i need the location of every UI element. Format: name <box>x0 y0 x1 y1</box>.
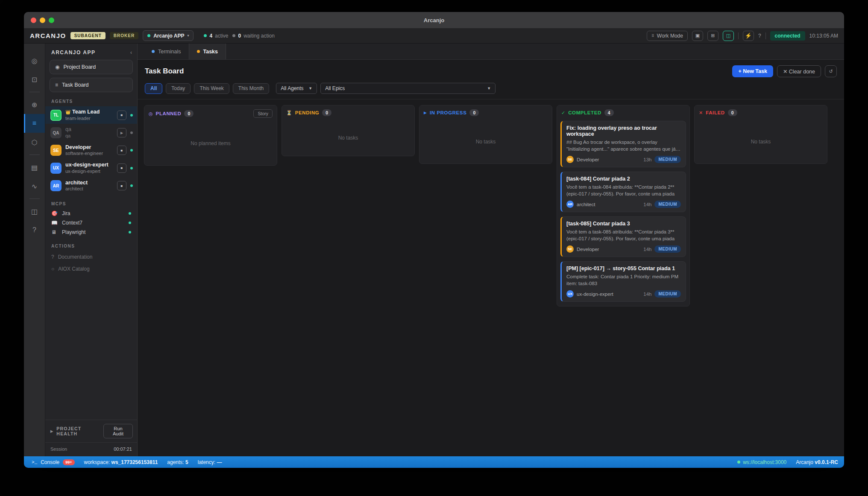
planned-count-badge: 0 <box>184 110 194 117</box>
brand-logo: ARCANJO <box>30 32 66 39</box>
websocket-url: ws://localhost:3000 <box>737 459 786 465</box>
action-aiox-catalog[interactable]: ○ AIOX Catalog <box>45 263 137 275</box>
work-mode-button[interactable]: ⠿ Work Mode <box>647 31 688 41</box>
check-icon: ✓ <box>561 110 565 116</box>
avatar: SE <box>50 145 62 156</box>
layout-split-button[interactable]: ◫ <box>723 31 734 41</box>
monitor-icon: 🖥 <box>51 229 58 235</box>
avatar: QA <box>50 127 62 138</box>
latency: latency: — <box>198 459 222 465</box>
refresh-button[interactable]: ↺ <box>825 65 837 77</box>
rail-rows-icon[interactable]: ▤ <box>24 158 45 177</box>
sidebar-item-project-board[interactable]: ◉ Project Board <box>50 60 133 74</box>
planned-empty-state: No planned items <box>144 122 277 165</box>
clock: 10:13:05 AM <box>809 33 838 39</box>
app-window: Arcanjo ARCANJO SUBAGENT BROKER Arcanjo … <box>24 12 844 468</box>
stop-agent-button[interactable]: ■ <box>117 181 126 190</box>
agent-filter-select[interactable]: All Agents ▼ <box>276 83 317 94</box>
socket-dot <box>737 461 740 464</box>
subagent-badge: SUBAGENT <box>70 32 106 39</box>
mcp-item-jira[interactable]: 🎯 Jira <box>45 209 137 218</box>
mcp-online-dot <box>129 222 131 224</box>
planned-icon: ◎ <box>149 111 153 117</box>
agent-row-ux-design-expert[interactable]: UX ux-design-expert ux-design-expert ■ <box>45 159 137 177</box>
mcp-item-playwright[interactable]: 🖥 Playwright <box>45 228 137 237</box>
console-toggle[interactable]: >_ Console 99+ <box>32 459 75 465</box>
kanban-board: ◎ PLANNED 0 Story No planned items ⏳ PEN… <box>138 99 844 456</box>
layout-split-icon: ◫ <box>726 33 730 38</box>
rail-hexagon-icon[interactable]: ⬡ <box>24 133 45 152</box>
agent-online-dot <box>130 167 133 169</box>
main-panel: Terminals Tasks Task Board + New Task ✕ … <box>138 44 844 456</box>
filter-this-week[interactable]: This Week <box>194 83 229 94</box>
close-window-button[interactable] <box>31 18 36 23</box>
agent-online-dot <box>130 184 133 187</box>
task-card[interactable]: Fix: loading overlay preso ao trocar wor… <box>560 121 686 167</box>
new-task-button[interactable]: + New Task <box>732 65 773 77</box>
stop-agent-button[interactable]: ■ <box>117 111 126 120</box>
caret-right-icon: ▶ <box>50 429 53 433</box>
run-audit-button[interactable]: Run Audit <box>103 424 133 438</box>
start-agent-button[interactable]: ▶ <box>117 128 126 137</box>
mcps-heading: MCPS <box>51 201 131 206</box>
rail-task-list-icon[interactable]: ≡ <box>24 114 45 133</box>
app-selector-dropdown[interactable]: Arcanjo APP ▾ <box>143 30 194 41</box>
avatar: AR <box>566 201 574 208</box>
task-card[interactable]: [PM] [epic-017] → story-055 Contar piada… <box>560 261 686 302</box>
column-completed: ✓ COMPLETED 4 Fix: loading overlay preso… <box>557 105 690 306</box>
mcp-item-context7[interactable]: 📖 Context7 <box>45 218 137 228</box>
task-card[interactable]: [task-085] Contar piada 3 Você tem a tas… <box>560 216 686 257</box>
task-card[interactable]: [task-084] Contar piada 2 Você tem a tas… <box>560 172 686 212</box>
rail-target-icon[interactable]: ◎ <box>24 51 45 70</box>
rail-wave-icon[interactable]: ∿ <box>24 177 45 195</box>
zoom-window-button[interactable] <box>49 18 54 23</box>
layout-grid-button[interactable]: ⊞ <box>707 31 718 41</box>
book-icon: 📖 <box>51 220 58 226</box>
titlebar: Arcanjo <box>24 12 844 28</box>
agent-online-dot <box>130 149 133 152</box>
story-chip-button[interactable]: Story <box>253 109 273 118</box>
avatar: UX <box>566 290 574 298</box>
sidebar-title: ARCANJO APP <box>51 50 95 55</box>
tasks-dot <box>197 50 200 53</box>
tab-tasks[interactable]: Tasks <box>189 44 226 59</box>
epic-filter-select[interactable]: All Epics ▼ <box>320 83 496 94</box>
tab-bar: Terminals Tasks <box>138 44 844 60</box>
agent-row-qa[interactable]: QA qa qa ▶ <box>45 124 137 141</box>
column-planned: ◎ PLANNED 0 Story No planned items <box>144 105 277 166</box>
pending-count-badge: 0 <box>322 109 331 116</box>
rail-add-icon[interactable]: ⊕ <box>24 95 45 114</box>
sidebar-collapse-icon[interactable]: ‹ <box>130 50 132 55</box>
question-icon: ? <box>51 254 54 260</box>
stop-agent-button[interactable]: ■ <box>117 163 126 173</box>
sidebar-item-task-board[interactable]: ≡ Task Board <box>50 78 133 92</box>
filter-today[interactable]: Today <box>166 83 191 94</box>
x-icon: ✕ <box>699 110 703 116</box>
minimize-window-button[interactable] <box>40 18 45 23</box>
priority-badge: MEDIUM <box>654 290 681 298</box>
grid-dots-icon: ⠿ <box>651 34 654 38</box>
agents-count: agents: 5 <box>167 459 188 465</box>
help-button[interactable]: ? <box>758 33 761 39</box>
clear-done-button[interactable]: ✕ Clear done <box>777 65 821 77</box>
filter-all[interactable]: All <box>145 83 162 94</box>
filter-bar: All Today This Week This Month All Agent… <box>138 81 844 99</box>
agent-row-developer[interactable]: SE Developer software-engineer ■ <box>45 142 137 159</box>
project-health-toggle[interactable]: ▶ PROJECT HEALTH <box>50 426 103 436</box>
stop-agent-button[interactable]: ■ <box>117 146 126 155</box>
filter-this-month[interactable]: This Month <box>233 83 269 94</box>
rail-panel-icon[interactable]: ⊡ <box>24 70 45 89</box>
status-bar: >_ Console 99+ workspace: ws_17732561538… <box>24 456 844 468</box>
avatar: SE <box>566 245 574 253</box>
action-documentation[interactable]: ? Documentation <box>45 251 137 263</box>
agent-row-architect[interactable]: AR architect architect ■ <box>45 177 137 195</box>
tab-terminals[interactable]: Terminals <box>144 44 189 59</box>
sidebar: ARCANJO APP ‹ ◉ Project Board ≡ Task Boa… <box>45 44 138 456</box>
layout-single-button[interactable]: ▣ <box>692 31 703 41</box>
rail-help-icon[interactable]: ? <box>24 221 45 239</box>
list-icon: ≡ <box>55 82 58 88</box>
rail-columns-icon[interactable]: ◫ <box>24 202 45 221</box>
agent-row-team-lead[interactable]: TL 👑 Team Lead team-leader ■ <box>45 106 137 124</box>
task-board-label: Task Board <box>62 82 89 88</box>
quick-actions-button[interactable]: ⚡ <box>743 31 754 41</box>
